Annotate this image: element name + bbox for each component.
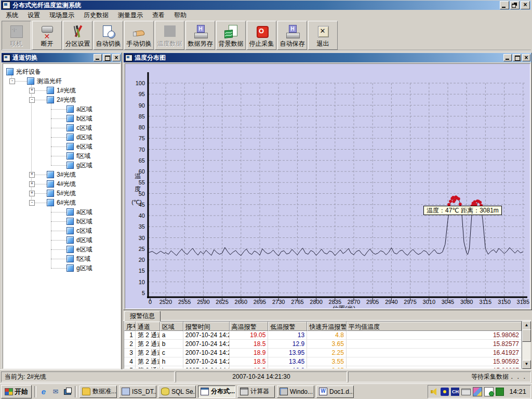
column-header-5[interactable]: 低温报警 bbox=[268, 322, 307, 331]
scroll-thumb[interactable] bbox=[522, 329, 531, 342]
maximize-button[interactable] bbox=[103, 54, 111, 61]
column-header-6[interactable]: 快速升温报警 bbox=[307, 322, 347, 331]
minimize-button[interactable] bbox=[94, 54, 102, 61]
table-row[interactable]: 4第 2 通道h2007-10-24 14:21:0818.513.453.55… bbox=[124, 357, 522, 366]
table-row[interactable]: 3第 2 通道c2007-10-24 14:21:0818.913.952.25… bbox=[124, 349, 522, 357]
table-row[interactable]: 5第 2 通道i2007-10-24 14:21:0818.512.93.651… bbox=[124, 366, 522, 369]
svg-text:65: 65 bbox=[139, 157, 145, 164]
table-cell: 18.5 bbox=[230, 366, 269, 369]
taskbar-button-[interactable]: 计算器 bbox=[237, 385, 275, 398]
tree-node-1#光缆[interactable]: +1#光缆 bbox=[3, 86, 120, 95]
column-header-1[interactable]: 通道 bbox=[136, 322, 160, 331]
wireless-icon[interactable] bbox=[441, 388, 449, 396]
toolbar-button-autosave[interactable]: 自动保存 bbox=[277, 21, 307, 50]
tree-node-4#光缆[interactable]: +4#光缆 bbox=[3, 179, 120, 189]
tree-node-a区域[interactable]: a区域 bbox=[3, 104, 120, 114]
ie-icon[interactable]: e bbox=[39, 387, 48, 396]
tree-node-3#光缆[interactable]: +3#光缆 bbox=[3, 170, 120, 179]
tree-node-e区域[interactable]: e区域 bbox=[3, 245, 120, 254]
mail-icon[interactable]: ✉ bbox=[51, 387, 60, 396]
toolbar-button-manual[interactable]: 手动切换 bbox=[124, 21, 154, 50]
tab-alarm-info[interactable]: 报警信息 bbox=[124, 311, 161, 322]
collapse-icon[interactable]: - bbox=[29, 97, 35, 103]
network-status-icon[interactable] bbox=[496, 388, 504, 396]
language-indicator[interactable]: CH bbox=[451, 388, 459, 396]
expand-icon[interactable]: + bbox=[29, 88, 35, 94]
tree-node-测温光纤[interactable]: -测温光纤 bbox=[3, 76, 120, 86]
close-button[interactable]: × bbox=[112, 54, 121, 61]
close-button[interactable]: × bbox=[521, 1, 530, 9]
tree-node-f区域[interactable]: f区域 bbox=[3, 254, 120, 263]
column-header-7[interactable]: 平均值温度 bbox=[347, 322, 522, 331]
tree-node-光纤设备[interactable]: 光纤设备 bbox=[3, 67, 120, 76]
menu-item-1[interactable]: 设置 bbox=[23, 10, 45, 21]
table-row[interactable]: 1第 2 通道a2007-10-24 14:21:0819.05134.815.… bbox=[124, 331, 522, 340]
scroll-down-button[interactable]: ▼ bbox=[522, 360, 531, 369]
maximize-button[interactable] bbox=[513, 54, 521, 61]
taskbar-clock[interactable]: 14:21 bbox=[506, 388, 526, 395]
tree-node-c区域[interactable]: c区域 bbox=[3, 226, 120, 235]
tree-node-f区域[interactable]: f区域 bbox=[3, 151, 120, 161]
expand-icon[interactable]: + bbox=[29, 181, 35, 187]
keyboard-icon[interactable] bbox=[461, 389, 471, 395]
volume-icon[interactable] bbox=[430, 388, 438, 396]
taskbar-button-[interactable]: 数据准... bbox=[79, 385, 117, 398]
table-cell: 12.9 bbox=[268, 340, 307, 349]
taskbar-button-Windo[interactable]: Windo... bbox=[277, 385, 314, 398]
collapse-icon[interactable]: - bbox=[29, 200, 35, 206]
taskbar-button-[interactable]: 分布式... bbox=[198, 385, 235, 398]
expand-icon[interactable]: + bbox=[29, 191, 35, 196]
tree-node-2#光缆[interactable]: -2#光缆 bbox=[3, 95, 120, 104]
taskbar-button-SQLSe[interactable]: SQL Se... bbox=[158, 385, 196, 398]
close-button[interactable]: × bbox=[522, 54, 530, 61]
minimize-button[interactable] bbox=[500, 1, 509, 9]
start-button[interactable]: 开始 bbox=[1, 385, 32, 398]
taskbar-button-ISS_DT[interactable]: ISS_DT... bbox=[119, 385, 156, 398]
menu-item-0[interactable]: 系统 bbox=[1, 10, 23, 21]
tree-node-5#光缆[interactable]: +5#光缆 bbox=[3, 189, 120, 198]
toolbar-button-bgdata[interactable]: 背景数据 bbox=[216, 21, 246, 50]
display-settings-icon[interactable] bbox=[473, 387, 482, 396]
tree-node-a区域[interactable]: a区域 bbox=[3, 207, 120, 217]
tree-node-e区域[interactable]: e区域 bbox=[3, 142, 120, 151]
channel-switch-titlebar[interactable]: 通道切换 × bbox=[2, 53, 122, 62]
main-titlebar[interactable]: 分布式光纤温度监测系统 × bbox=[1, 1, 531, 10]
column-header-4[interactable]: 高温报警 bbox=[230, 322, 269, 331]
menu-item-2[interactable]: 现场显示 bbox=[45, 10, 79, 21]
table-row[interactable]: 2第 2 通道b2007-10-24 14:21:0818.512.93.651… bbox=[124, 340, 522, 349]
column-header-2[interactable]: 区域 bbox=[160, 322, 183, 331]
menu-item-3[interactable]: 历史数据 bbox=[79, 10, 113, 21]
table-cell: 第 2 通道 bbox=[136, 331, 160, 340]
scroll-up-button[interactable]: ▲ bbox=[522, 321, 531, 330]
tree-node-d区域[interactable]: d区域 bbox=[3, 235, 120, 245]
chart-titlebar[interactable]: 温度分布图 × bbox=[124, 53, 531, 62]
tree-node-b区域[interactable]: b区域 bbox=[3, 114, 120, 123]
toolbar-button-disconnect[interactable]: 断开 bbox=[32, 21, 62, 50]
minimize-button[interactable] bbox=[503, 54, 512, 61]
restore-button[interactable] bbox=[510, 1, 520, 9]
menu-item-4[interactable]: 测量显示 bbox=[113, 10, 148, 21]
toolbar-button-partition[interactable]: 分区设置 bbox=[63, 21, 92, 50]
show-desktop-icon[interactable] bbox=[63, 387, 72, 396]
column-header-0[interactable]: 序号 bbox=[124, 322, 136, 331]
taskbar-button-Doc1d[interactable]: WDoc1.d... bbox=[316, 385, 354, 398]
task-scheduler-icon[interactable] bbox=[484, 387, 494, 396]
tree-node-b区域[interactable]: b区域 bbox=[3, 217, 120, 226]
table-scrollbar[interactable]: ▲ ▼ bbox=[522, 321, 530, 369]
tree-node-g区域[interactable]: g区域 bbox=[3, 161, 120, 170]
toolbar-button-exit[interactable]: 退出 bbox=[308, 21, 338, 50]
expand-icon[interactable]: + bbox=[29, 172, 35, 178]
toolbar-button-autoswitch[interactable]: 自动切换 bbox=[94, 21, 123, 50]
temperature-chart[interactable]: 5101520253035404550556065707580859095100… bbox=[125, 63, 530, 309]
tree-node-c区域[interactable]: c区域 bbox=[3, 123, 120, 132]
tree-node-6#光缆[interactable]: -6#光缆 bbox=[3, 198, 120, 207]
tree-node-g区域[interactable]: g区域 bbox=[3, 263, 120, 273]
toolbar-button-saveas[interactable]: 数据另存 bbox=[185, 21, 215, 50]
table-cell: 2.25 bbox=[307, 349, 347, 357]
column-header-3[interactable]: 报警时间 bbox=[183, 322, 230, 331]
toolbar-button-stop[interactable]: 停止采集 bbox=[247, 21, 276, 50]
collapse-icon[interactable]: - bbox=[9, 78, 15, 84]
tree-node-d区域[interactable]: d区域 bbox=[3, 132, 120, 142]
menu-item-6[interactable]: 帮助 bbox=[169, 10, 191, 21]
menu-item-5[interactable]: 查看 bbox=[148, 10, 169, 21]
